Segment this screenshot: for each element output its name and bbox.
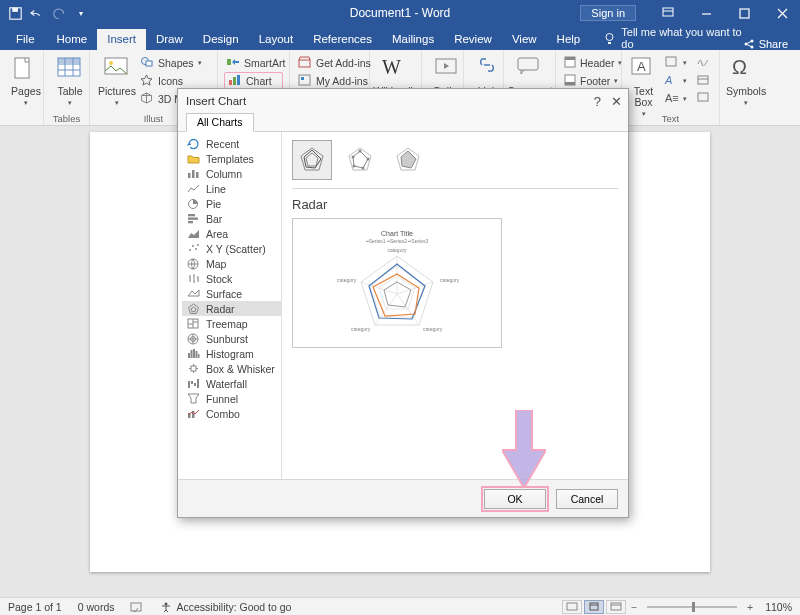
word-count[interactable]: 0 words: [70, 601, 123, 613]
svg-text:A: A: [637, 59, 646, 74]
ribbon-options-icon[interactable]: [650, 0, 686, 26]
my-addins-button[interactable]: My Add-ins: [296, 72, 363, 89]
svg-rect-33: [188, 173, 191, 178]
chart-type-map[interactable]: Map: [182, 256, 281, 271]
svg-rect-15: [227, 59, 231, 65]
object-button[interactable]: [695, 90, 713, 107]
maximize-icon[interactable]: [726, 0, 762, 26]
shapes-icon: [140, 56, 154, 70]
dialog-close-button[interactable]: ✕: [611, 94, 622, 109]
chart-type-sunburst[interactable]: Sunburst: [182, 331, 281, 346]
smartart-button[interactable]: SmartArt: [224, 54, 283, 71]
chart-type-line[interactable]: Line: [182, 181, 281, 196]
redo-icon[interactable]: [52, 6, 66, 20]
radar-subtype-basic[interactable]: [292, 140, 332, 180]
pages-button[interactable]: Pages ▾: [6, 52, 46, 107]
drop-cap-button[interactable]: A≡▾: [663, 90, 689, 107]
tab-references[interactable]: References: [303, 29, 382, 50]
chart-icon: [228, 74, 242, 88]
datetime-button[interactable]: [695, 72, 713, 89]
ok-button[interactable]: OK: [484, 489, 546, 509]
dialog-tab-allcharts[interactable]: All Charts: [186, 113, 254, 132]
shapes-button[interactable]: Shapes ▾: [138, 54, 204, 71]
footer-icon: [564, 74, 576, 88]
tab-review[interactable]: Review: [444, 29, 502, 50]
icons-button[interactable]: Icons: [138, 72, 204, 89]
radar-subtype-filled[interactable]: [388, 140, 428, 180]
svg-rect-1: [12, 7, 18, 11]
tab-help[interactable]: Help: [547, 29, 591, 50]
minimize-icon[interactable]: [688, 0, 724, 26]
save-icon[interactable]: [8, 6, 22, 20]
svg-rect-52: [198, 354, 200, 358]
chart-type-area[interactable]: Area: [182, 226, 281, 241]
svg-point-41: [192, 245, 194, 247]
svg-rect-34: [192, 170, 195, 178]
chart-type-scatter[interactable]: X Y (Scatter): [182, 241, 281, 256]
table-button[interactable]: Table ▾: [50, 52, 90, 107]
tab-insert[interactable]: Insert: [97, 29, 146, 50]
chart-type-box[interactable]: Box & Whisker: [182, 361, 281, 376]
tab-file[interactable]: File: [4, 29, 47, 50]
undo-icon[interactable]: [30, 6, 44, 20]
tab-mailings[interactable]: Mailings: [382, 29, 444, 50]
get-addins-button[interactable]: Get Add-ins: [296, 54, 363, 71]
chart-button[interactable]: Chart: [224, 72, 283, 89]
page-indicator[interactable]: Page 1 of 1: [0, 601, 70, 613]
svg-marker-71: [401, 151, 416, 168]
footer-button[interactable]: Footer ▾: [562, 72, 615, 89]
svg-rect-92: [611, 603, 621, 610]
tab-layout[interactable]: Layout: [249, 29, 304, 50]
chart-type-treemap[interactable]: Treemap: [182, 316, 281, 331]
chart-type-pie[interactable]: Pie: [182, 196, 281, 211]
radar-subtype-markers[interactable]: [340, 140, 380, 180]
dialog-help-button[interactable]: ?: [594, 94, 601, 109]
sign-in-button[interactable]: Sign in: [580, 5, 636, 21]
share-button[interactable]: Share: [743, 38, 788, 50]
textbox-button[interactable]: A Text Box ▾: [628, 52, 659, 118]
svg-rect-54: [188, 381, 190, 388]
signature-button[interactable]: [695, 54, 713, 71]
chart-type-surface[interactable]: Surface: [182, 286, 281, 301]
wordart-button[interactable]: A▾: [663, 72, 689, 89]
tell-me-search[interactable]: Tell me what you want to do: [604, 26, 742, 50]
symbols-button[interactable]: Ω Symbols ▾: [726, 52, 766, 107]
chart-type-templates[interactable]: Templates: [182, 151, 281, 166]
chart-type-column[interactable]: Column: [182, 166, 281, 181]
insert-chart-dialog: Insert Chart ? ✕ All Charts Recent Templ…: [177, 88, 629, 518]
stock-icon: [186, 273, 200, 285]
tab-home[interactable]: Home: [47, 29, 98, 50]
svg-rect-53: [191, 366, 196, 371]
tab-view[interactable]: View: [502, 29, 547, 50]
chart-type-stock[interactable]: Stock: [182, 271, 281, 286]
qat-customize-icon[interactable]: ▾: [74, 6, 88, 20]
zoom-in-button[interactable]: +: [743, 601, 757, 613]
svg-line-76: [397, 282, 433, 294]
header-button[interactable]: Header ▾: [562, 54, 615, 71]
tab-draw[interactable]: Draw: [146, 29, 193, 50]
zoom-slider[interactable]: [647, 606, 737, 608]
chart-type-histogram[interactable]: Histogram: [182, 346, 281, 361]
svg-text:category: category: [337, 277, 357, 283]
tab-design[interactable]: Design: [193, 29, 249, 50]
pictures-button[interactable]: Pictures ▾: [96, 52, 138, 107]
spellcheck-icon[interactable]: [122, 601, 152, 613]
svg-rect-49: [190, 350, 192, 358]
close-icon[interactable]: [764, 0, 800, 26]
zoom-out-button[interactable]: −: [627, 601, 641, 613]
chart-type-bar[interactable]: Bar: [182, 211, 281, 226]
chart-type-funnel[interactable]: Funnel: [182, 391, 281, 406]
web-layout-button[interactable]: [606, 600, 626, 614]
chart-type-recent[interactable]: Recent: [182, 136, 281, 151]
quick-parts-button[interactable]: ▾: [663, 54, 689, 71]
chart-type-waterfall[interactable]: Waterfall: [182, 376, 281, 391]
treemap-icon: [186, 318, 200, 330]
focus-mode-button[interactable]: [562, 600, 582, 614]
cancel-button[interactable]: Cancel: [556, 489, 618, 509]
accessibility-status[interactable]: Accessibility: Good to go: [152, 601, 299, 613]
zoom-level[interactable]: 110%: [757, 601, 800, 613]
chart-type-combo[interactable]: Combo: [182, 406, 281, 421]
print-layout-button[interactable]: [584, 600, 604, 614]
surface-icon: [186, 288, 200, 300]
chart-type-radar[interactable]: Radar: [182, 301, 281, 316]
